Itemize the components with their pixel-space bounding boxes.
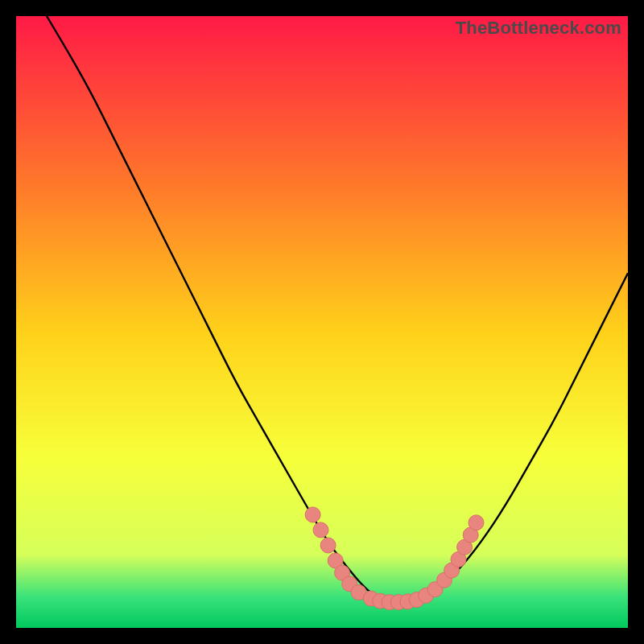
bottleneck-chart bbox=[16, 16, 628, 628]
chart-frame: TheBottleneck.com bbox=[16, 16, 628, 628]
curve-marker bbox=[320, 538, 336, 553]
curve-marker bbox=[305, 507, 320, 522]
curve-marker bbox=[313, 522, 328, 538]
watermark-text: TheBottleneck.com bbox=[456, 18, 621, 39]
curve-marker bbox=[469, 515, 484, 530]
